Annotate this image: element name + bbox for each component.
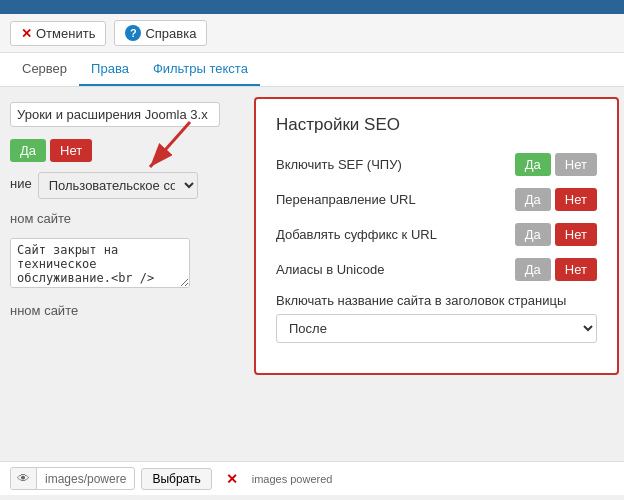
seo-suffix-row: Добавлять суффикс к URL Да Нет xyxy=(276,223,597,246)
help-label: Справка xyxy=(145,26,196,41)
file-input-box: 👁 images/powere xyxy=(10,467,135,490)
yes-button[interactable]: Да xyxy=(10,139,46,162)
seo-unicode-label: Алиасы в Unicode xyxy=(276,262,515,277)
seo-redirect-buttons: Да Нет xyxy=(515,188,597,211)
dropdown-prefix-label: ние xyxy=(10,176,32,191)
choose-button[interactable]: Выбрать xyxy=(141,468,211,490)
top-bar xyxy=(0,0,624,14)
seo-sef-yes[interactable]: Да xyxy=(515,153,551,176)
seo-sef-no[interactable]: Нет xyxy=(555,153,597,176)
seo-unicode-no[interactable]: Нет xyxy=(555,258,597,281)
message-type-select[interactable]: Пользовательское сообщение xyxy=(38,172,198,199)
seo-unicode-yes[interactable]: Да xyxy=(515,258,551,281)
seo-sitename-select[interactable]: После До Нет xyxy=(276,314,597,343)
tabs-nav: Сервер Права Фильтры текста xyxy=(0,53,624,87)
seo-suffix-yes[interactable]: Да xyxy=(515,223,551,246)
seo-redirect-row: Перенаправление URL Да Нет xyxy=(276,188,597,211)
help-icon: ? xyxy=(125,25,141,41)
seo-suffix-label: Добавлять суффикс к URL xyxy=(276,227,515,242)
seo-redirect-label: Перенаправление URL xyxy=(276,192,515,207)
images-powered-text: images powered xyxy=(252,473,333,485)
seo-sitename-label: Включать название сайта в заголовок стра… xyxy=(276,293,566,308)
seo-unicode-row: Алиасы в Unicode Да Нет xyxy=(276,258,597,281)
help-button[interactable]: ? Справка xyxy=(114,20,207,46)
seo-sef-row: Включить SEF (ЧПУ) Да Нет xyxy=(276,153,597,176)
seo-panel-title: Настройки SEO xyxy=(276,115,597,135)
file-path-text: images/powere xyxy=(37,469,134,489)
toolbar: ✕ Отменить ? Справка xyxy=(0,14,624,53)
site-name-input[interactable] xyxy=(10,102,220,127)
tab-server[interactable]: Сервер xyxy=(10,53,79,86)
file-row: 👁 images/powere Выбрать ✕ images powered xyxy=(0,461,624,495)
tab-text-filters[interactable]: Фильтры текста xyxy=(141,53,260,86)
tab-rights[interactable]: Права xyxy=(79,53,141,86)
message-textarea[interactable]: Сайт закрыт на техническое обслуживание.… xyxy=(10,238,190,288)
no-button[interactable]: Нет xyxy=(50,139,92,162)
cancel-icon: ✕ xyxy=(21,26,32,41)
seo-panel: Настройки SEO Включить SEF (ЧПУ) Да Нет … xyxy=(254,97,619,375)
main-content: Да Нет ние Пользовательское сообщение но… xyxy=(0,87,624,495)
seo-unicode-buttons: Да Нет xyxy=(515,258,597,281)
section-label-2: нном сайте xyxy=(10,303,78,318)
seo-sitename-row: Включать название сайта в заголовок стра… xyxy=(276,293,597,343)
cancel-label: Отменить xyxy=(36,26,95,41)
seo-sef-buttons: Да Нет xyxy=(515,153,597,176)
eye-icon[interactable]: 👁 xyxy=(11,468,37,489)
seo-suffix-no[interactable]: Нет xyxy=(555,223,597,246)
seo-redirect-no[interactable]: Нет xyxy=(555,188,597,211)
seo-sef-label: Включить SEF (ЧПУ) xyxy=(276,157,515,172)
section-label-1: ном сайте xyxy=(10,211,71,226)
clear-file-button[interactable]: ✕ xyxy=(218,468,246,490)
seo-suffix-buttons: Да Нет xyxy=(515,223,597,246)
cancel-button[interactable]: ✕ Отменить xyxy=(10,21,106,46)
seo-redirect-yes[interactable]: Да xyxy=(515,188,551,211)
